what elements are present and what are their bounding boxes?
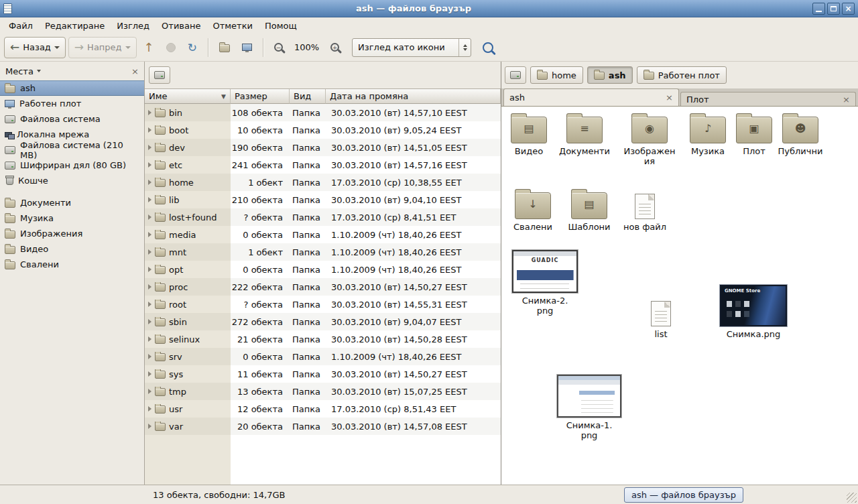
expander-icon[interactable] xyxy=(148,214,151,220)
expander-icon[interactable] xyxy=(148,406,151,412)
expander-icon[interactable] xyxy=(148,267,151,272)
sidebar-item[interactable]: Свалени xyxy=(0,257,144,272)
sidebar-item[interactable]: Документи xyxy=(0,195,144,210)
column-header-name[interactable]: Име ▼ xyxy=(145,89,231,104)
icon-item[interactable]: GUADIC Снимка-2.png xyxy=(511,250,579,316)
zoom-level[interactable]: 100% xyxy=(290,42,323,52)
table-row[interactable]: opt 0 обекта Папка 1.10.2009 (чт) 18,40,… xyxy=(145,261,501,278)
sidebar-item[interactable]: Файлова система xyxy=(0,111,144,127)
table-row[interactable]: mnt 1 обект Папка 1.10.2009 (чт) 18,40,2… xyxy=(145,243,501,261)
minimize-button[interactable] xyxy=(812,3,825,15)
pathbar-button[interactable]: home xyxy=(530,66,583,84)
sidebar-title[interactable]: Места xyxy=(5,66,34,76)
view-mode-select[interactable]: Изглед като икони xyxy=(352,38,471,57)
icon-item[interactable]: ▤ Видео xyxy=(501,112,556,156)
table-row[interactable]: srv 0 обекта Папка 1.10.2009 (чт) 18,40,… xyxy=(145,348,501,365)
sidebar-close-button[interactable]: × xyxy=(131,66,139,76)
sidebar-item[interactable]: Видео xyxy=(0,241,144,257)
table-row[interactable]: dev 190 обекта Папка 30.03.2010 (вт) 14,… xyxy=(145,139,501,156)
menu-item[interactable]: Помощ xyxy=(259,19,303,32)
icon-item[interactable]: ≡ Документи xyxy=(557,112,612,156)
icon-item[interactable]: ↓ Свалени xyxy=(505,188,560,232)
menu-item[interactable]: Файл xyxy=(3,19,39,32)
home-button[interactable] xyxy=(214,37,235,58)
icon-item[interactable]: list xyxy=(633,295,688,339)
table-row[interactable]: home 1 обект Папка 17.03.2010 (ср) 10,38… xyxy=(145,174,501,191)
expander-icon[interactable] xyxy=(148,284,151,290)
column-header-date[interactable]: Дата на промяна xyxy=(326,89,501,104)
pathbar-button[interactable]: ash xyxy=(587,66,633,84)
icon-item[interactable]: ▤ Шаблони xyxy=(562,188,617,232)
view-mode-spinner[interactable] xyxy=(458,39,471,56)
expander-icon[interactable] xyxy=(148,302,151,307)
menu-item[interactable]: Отметки xyxy=(206,19,258,32)
expander-icon[interactable] xyxy=(148,389,151,394)
column-header-type[interactable]: Вид xyxy=(290,89,326,104)
expander-icon[interactable] xyxy=(148,232,151,237)
expander-icon[interactable] xyxy=(148,145,151,150)
sidebar-combo-arrow-icon[interactable] xyxy=(37,70,41,72)
resize-grip[interactable] xyxy=(847,493,857,503)
menu-item[interactable]: Редактиране xyxy=(39,19,111,32)
maximize-button[interactable] xyxy=(827,3,840,15)
table-row[interactable]: root ? обекта Папка 30.03.2010 (вт) 14,5… xyxy=(145,296,501,313)
stop-button[interactable] xyxy=(162,37,180,58)
table-row[interactable]: etc 241 обекта Папка 30.03.2010 (вт) 14,… xyxy=(145,156,501,174)
computer-button[interactable] xyxy=(237,37,257,58)
table-row[interactable]: var 20 обекта Папка 30.03.2010 (вт) 14,5… xyxy=(145,418,501,435)
expander-icon[interactable] xyxy=(148,127,151,133)
zoom-in-button[interactable]: + xyxy=(326,37,344,58)
table-row[interactable]: tmp 13 обекта Папка 30.03.2010 (вт) 15,0… xyxy=(145,383,501,400)
tab[interactable]: ash × xyxy=(503,88,679,106)
menu-item[interactable]: Отиване xyxy=(156,19,206,32)
icon-item[interactable]: ◉ Изображения xyxy=(622,112,677,166)
table-row[interactable]: boot 10 обекта Папка 30.03.2010 (вт) 9,0… xyxy=(145,121,501,139)
expander-icon[interactable] xyxy=(148,180,151,185)
table-row[interactable]: lib 210 обекта Папка 30.03.2010 (вт) 9,0… xyxy=(145,191,501,208)
pane-location-button[interactable] xyxy=(149,66,170,84)
expander-icon[interactable] xyxy=(148,249,151,255)
expander-icon[interactable] xyxy=(148,197,151,202)
expander-icon[interactable] xyxy=(148,354,151,359)
zoom-out-button[interactable]: − xyxy=(269,37,288,58)
back-button[interactable]: ← Назад xyxy=(4,37,66,58)
table-row[interactable]: sbin 272 обекта Папка 30.03.2010 (вт) 9,… xyxy=(145,313,501,330)
icon-item[interactable]: GNOME Store Снимка.png xyxy=(716,285,791,339)
sidebar-item[interactable]: Файлова система (210 MB) xyxy=(0,142,144,158)
table-row[interactable]: proc 222 обекта Папка 30.03.2010 (вт) 14… xyxy=(145,278,501,296)
expander-icon[interactable] xyxy=(148,110,151,115)
sidebar-item[interactable]: Шифриран дял (80 GB) xyxy=(0,158,144,173)
tab-close-button[interactable]: × xyxy=(843,94,850,105)
pathbar-button[interactable]: Работен плот xyxy=(637,66,727,84)
expander-icon[interactable] xyxy=(148,336,151,342)
table-row[interactable]: usr 12 обекта Папка 17.03.2010 (ср) 8,51… xyxy=(145,400,501,418)
column-header-size[interactable]: Размер xyxy=(231,89,290,104)
sidebar-item[interactable]: Кошче xyxy=(0,173,144,188)
search-button[interactable] xyxy=(478,37,498,58)
icon-item[interactable]: Снимка-1.png xyxy=(555,375,623,440)
expander-icon[interactable] xyxy=(148,371,151,377)
icon-item[interactable]: нов файл xyxy=(617,188,672,232)
table-row[interactable]: media 0 обекта Папка 1.10.2009 (чт) 18,4… xyxy=(145,226,501,243)
tab[interactable]: Плот × xyxy=(680,92,856,106)
sidebar-item[interactable]: Музика xyxy=(0,210,144,226)
up-button[interactable]: ↑ xyxy=(139,37,159,58)
table-row[interactable]: selinux 21 обекта Папка 30.03.2010 (вт) … xyxy=(145,330,501,348)
forward-button[interactable]: → Напред xyxy=(68,37,137,58)
icon-view[interactable]: ▤ Видео ≡ Документи xyxy=(501,107,858,485)
taskbar-window-button[interactable]: ash — файлов браузър xyxy=(624,487,743,503)
table-row[interactable]: bin 108 обекта Папка 30.03.2010 (вт) 14,… xyxy=(145,104,501,121)
icon-item[interactable]: ☻ Публични xyxy=(773,112,828,156)
expander-icon[interactable] xyxy=(148,319,151,324)
reload-button[interactable]: ↻ xyxy=(183,37,202,58)
pane-location-button[interactable] xyxy=(505,66,526,84)
tab-close-button[interactable]: × xyxy=(666,92,673,103)
sidebar-item[interactable]: Изображения xyxy=(0,226,144,241)
table-row[interactable]: sys 11 обекта Папка 30.03.2010 (вт) 14,5… xyxy=(145,365,501,383)
expander-icon[interactable] xyxy=(148,424,151,429)
titlebar[interactable]: ash — файлов браузър × xyxy=(0,0,858,17)
table-row[interactable]: lost+found ? обекта Папка 17.03.2010 (ср… xyxy=(145,208,501,226)
back-history-caret-icon[interactable] xyxy=(54,46,60,49)
expander-icon[interactable] xyxy=(148,162,151,168)
sidebar-item[interactable]: Работен плот xyxy=(0,96,144,111)
